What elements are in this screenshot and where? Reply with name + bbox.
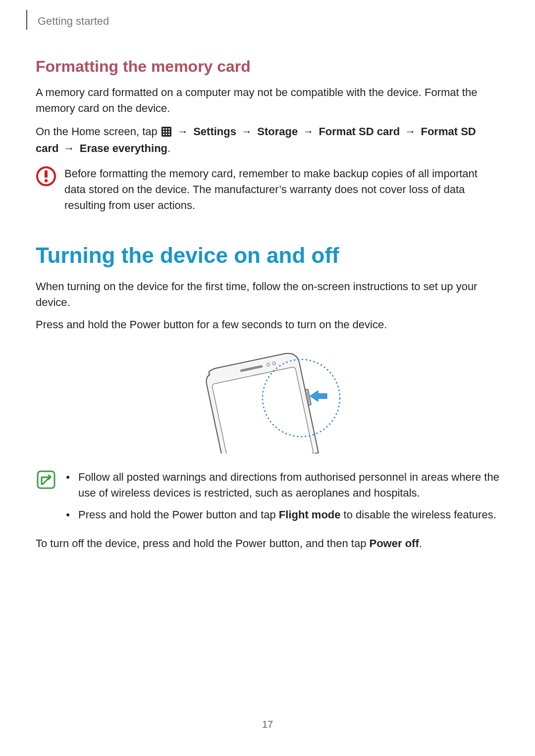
power-off-bold: Power off (370, 537, 419, 550)
note-bold: Flight mode (279, 508, 341, 521)
device-power-illustration (193, 345, 342, 454)
arrow-icon: → (303, 125, 314, 138)
caution-callout: Before formatting the memory card, remem… (36, 166, 499, 213)
note-text: Follow all posted warnings and direction… (78, 471, 499, 499)
svg-rect-9 (168, 134, 170, 135)
nav-step-settings: Settings (193, 125, 236, 138)
caution-text: Before formatting the memory card, remem… (64, 166, 499, 213)
svg-rect-8 (165, 134, 167, 135)
power-off-pre: To turn off the device, press and hold t… (36, 537, 370, 550)
bullet-icon: • (64, 469, 71, 501)
svg-rect-1 (163, 128, 164, 130)
page-number: 17 (0, 719, 535, 730)
paragraph-format-intro: A memory card formatted on a computer ma… (36, 85, 499, 116)
illustration-container (36, 345, 499, 455)
nav-prefix: On the Home screen, tap (36, 125, 160, 138)
nav-step-format-sd-1: Format SD card (319, 125, 400, 138)
svg-rect-2 (165, 128, 167, 130)
power-off-post: . (419, 537, 422, 550)
paragraph-turning-power: Press and hold the Power button for a fe… (36, 317, 499, 333)
apps-grid-icon (161, 127, 171, 137)
svg-rect-7 (163, 134, 164, 135)
svg-rect-4 (163, 131, 164, 132)
list-item: • Press and hold the Power button and ta… (64, 507, 499, 523)
svg-rect-11 (45, 170, 48, 178)
caution-icon (36, 166, 56, 187)
navigation-path: On the Home screen, tap → Settings → Sto… (36, 123, 499, 157)
note-list: • Follow all posted warnings and directi… (64, 469, 499, 529)
svg-point-12 (45, 179, 48, 182)
heading-turning-device: Turning the device on and off (36, 243, 499, 268)
note-icon (36, 469, 56, 490)
arrow-icon: → (241, 125, 252, 138)
note-text: to disable the wireless features. (341, 508, 496, 521)
nav-suffix: . (167, 142, 170, 154)
svg-rect-6 (168, 131, 170, 132)
nav-step-storage: Storage (257, 125, 298, 138)
note-item-1: Follow all posted warnings and direction… (78, 469, 499, 501)
note-item-2: Press and hold the Power button and tap … (78, 507, 499, 523)
note-callout: • Follow all posted warnings and directi… (36, 469, 499, 529)
svg-rect-5 (165, 131, 167, 132)
paragraph-power-off: To turn off the device, press and hold t… (36, 536, 499, 552)
arrow-icon: → (64, 142, 75, 154)
note-text: Press and hold the Power button and tap (78, 508, 279, 521)
nav-step-erase: Erase everything (80, 142, 167, 154)
arrow-icon: → (177, 125, 188, 138)
svg-rect-3 (168, 128, 170, 130)
header-rule (26, 10, 27, 30)
bullet-icon: • (64, 507, 71, 523)
page-content: Getting started Formatting the memory ca… (0, 0, 535, 552)
list-item: • Follow all posted warnings and directi… (64, 469, 499, 501)
heading-formatting-memory-card: Formatting the memory card (36, 57, 499, 76)
arrow-icon: → (405, 125, 416, 138)
breadcrumb: Getting started (38, 15, 499, 28)
svg-marker-20 (310, 391, 327, 402)
paragraph-turning-intro: When turning on the device for the first… (36, 279, 499, 310)
